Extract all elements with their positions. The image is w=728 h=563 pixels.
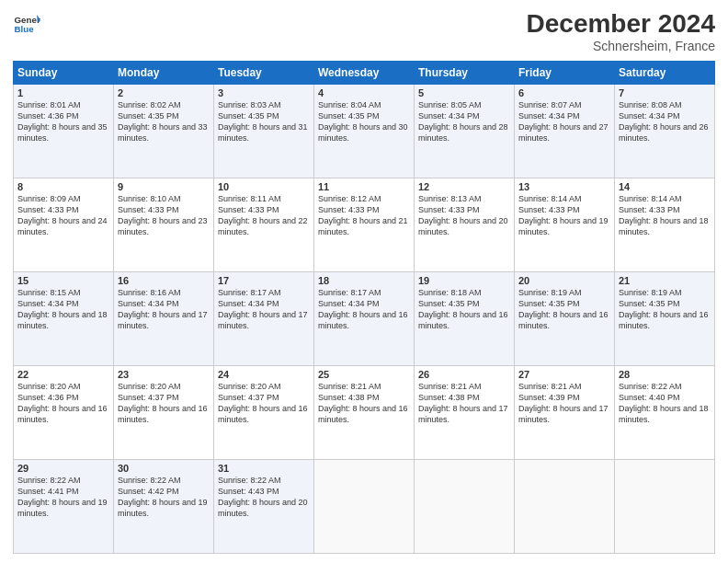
cell-info: Sunrise: 8:16 AMSunset: 4:34 PMDaylight:… [118,288,208,330]
cell-info: Sunrise: 8:09 AMSunset: 4:33 PMDaylight:… [17,194,108,236]
calendar-cell: 5Sunrise: 8:05 AMSunset: 4:34 PMDaylight… [415,85,515,178]
calendar-cell: 27Sunrise: 8:21 AMSunset: 4:39 PMDayligh… [515,366,615,460]
cell-info: Sunrise: 8:07 AMSunset: 4:34 PMDaylight:… [518,100,609,143]
day-number: 5 [418,87,510,98]
calendar-cell: 7Sunrise: 8:08 AMSunset: 4:34 PMDaylight… [615,85,715,178]
cell-info: Sunrise: 8:05 AMSunset: 4:34 PMDaylight:… [418,100,508,143]
day-number: 1 [17,87,109,98]
day-number: 26 [418,369,510,380]
cell-info: Sunrise: 8:08 AMSunset: 4:34 PMDaylight:… [619,100,709,143]
day-number: 9 [118,181,210,192]
day-number: 29 [17,463,109,474]
calendar-cell: 8Sunrise: 8:09 AMSunset: 4:33 PMDaylight… [14,178,114,272]
cell-info: Sunrise: 8:17 AMSunset: 4:34 PMDaylight:… [318,288,408,330]
day-number: 15 [17,275,109,286]
cell-info: Sunrise: 8:20 AMSunset: 4:36 PMDaylight:… [17,382,108,424]
cell-info: Sunrise: 8:21 AMSunset: 4:38 PMDaylight:… [418,382,508,424]
col-header-sunday: Sunday [14,62,114,85]
cell-info: Sunrise: 8:20 AMSunset: 4:37 PMDaylight:… [118,382,208,424]
day-number: 12 [418,181,510,192]
col-header-thursday: Thursday [415,62,515,85]
calendar-cell: 3Sunrise: 8:03 AMSunset: 4:35 PMDaylight… [214,85,314,178]
cell-info: Sunrise: 8:19 AMSunset: 4:35 PMDaylight:… [619,288,709,330]
cell-info: Sunrise: 8:01 AMSunset: 4:36 PMDaylight:… [17,100,108,143]
day-number: 21 [619,275,711,286]
day-number: 18 [318,275,410,286]
cell-info: Sunrise: 8:22 AMSunset: 4:41 PMDaylight:… [17,476,108,518]
calendar-cell: 20Sunrise: 8:19 AMSunset: 4:35 PMDayligh… [515,272,615,366]
calendar-cell: 11Sunrise: 8:12 AMSunset: 4:33 PMDayligh… [314,178,415,272]
calendar-cell: 23Sunrise: 8:20 AMSunset: 4:37 PMDayligh… [114,366,214,460]
calendar-cell [314,460,415,554]
calendar-cell: 1Sunrise: 8:01 AMSunset: 4:36 PMDaylight… [14,85,114,178]
day-number: 19 [418,275,510,286]
col-header-saturday: Saturday [615,62,715,85]
day-number: 11 [318,181,410,192]
calendar-cell [415,460,515,554]
calendar-cell: 13Sunrise: 8:14 AMSunset: 4:33 PMDayligh… [515,178,615,272]
day-number: 2 [118,87,210,98]
calendar-cell: 18Sunrise: 8:17 AMSunset: 4:34 PMDayligh… [314,272,415,366]
col-header-wednesday: Wednesday [314,62,415,85]
calendar-cell: 2Sunrise: 8:02 AMSunset: 4:35 PMDaylight… [114,85,214,178]
calendar-cell [515,460,615,554]
day-number: 10 [218,181,310,192]
cell-info: Sunrise: 8:15 AMSunset: 4:34 PMDaylight:… [17,288,108,330]
day-number: 13 [518,181,610,192]
day-number: 24 [218,369,310,380]
day-number: 6 [518,87,610,98]
calendar-cell: 16Sunrise: 8:16 AMSunset: 4:34 PMDayligh… [114,272,214,366]
day-number: 20 [518,275,610,286]
calendar-cell: 29Sunrise: 8:22 AMSunset: 4:41 PMDayligh… [14,460,114,554]
day-number: 25 [318,369,410,380]
day-number: 31 [218,463,310,474]
day-number: 4 [318,87,410,98]
cell-info: Sunrise: 8:22 AMSunset: 4:42 PMDaylight:… [118,476,208,518]
calendar-cell: 25Sunrise: 8:21 AMSunset: 4:38 PMDayligh… [314,366,415,460]
cell-info: Sunrise: 8:02 AMSunset: 4:35 PMDaylight:… [118,100,208,143]
logo: General Blue [13,9,40,37]
cell-info: Sunrise: 8:19 AMSunset: 4:35 PMDaylight:… [518,288,609,330]
calendar-cell: 17Sunrise: 8:17 AMSunset: 4:34 PMDayligh… [214,272,314,366]
calendar-table: SundayMondayTuesdayWednesdayThursdayFrid… [13,61,715,554]
cell-info: Sunrise: 8:18 AMSunset: 4:35 PMDaylight:… [418,288,508,330]
col-header-friday: Friday [515,62,615,85]
calendar-cell: 9Sunrise: 8:10 AMSunset: 4:33 PMDaylight… [114,178,214,272]
day-number: 3 [218,87,310,98]
day-number: 30 [118,463,210,474]
day-number: 8 [17,181,109,192]
cell-info: Sunrise: 8:11 AMSunset: 4:33 PMDaylight:… [218,194,308,236]
cell-info: Sunrise: 8:20 AMSunset: 4:37 PMDaylight:… [218,382,308,424]
day-number: 16 [118,275,210,286]
calendar-cell: 15Sunrise: 8:15 AMSunset: 4:34 PMDayligh… [14,272,114,366]
calendar-cell: 19Sunrise: 8:18 AMSunset: 4:35 PMDayligh… [415,272,515,366]
cell-info: Sunrise: 8:22 AMSunset: 4:40 PMDaylight:… [619,382,709,424]
month-year: December 2024 [527,9,715,39]
cell-info: Sunrise: 8:21 AMSunset: 4:38 PMDaylight:… [318,382,408,424]
cell-info: Sunrise: 8:10 AMSunset: 4:33 PMDaylight:… [118,194,208,236]
cell-info: Sunrise: 8:04 AMSunset: 4:35 PMDaylight:… [318,100,408,143]
cell-info: Sunrise: 8:13 AMSunset: 4:33 PMDaylight:… [418,194,508,236]
cell-info: Sunrise: 8:14 AMSunset: 4:33 PMDaylight:… [619,194,709,236]
day-number: 7 [619,87,711,98]
day-number: 23 [118,369,210,380]
cell-info: Sunrise: 8:17 AMSunset: 4:34 PMDaylight:… [218,288,308,330]
calendar-cell: 28Sunrise: 8:22 AMSunset: 4:40 PMDayligh… [615,366,715,460]
cell-info: Sunrise: 8:21 AMSunset: 4:39 PMDaylight:… [518,382,609,424]
day-number: 22 [17,369,109,380]
calendar-cell: 22Sunrise: 8:20 AMSunset: 4:36 PMDayligh… [14,366,114,460]
calendar-cell: 10Sunrise: 8:11 AMSunset: 4:33 PMDayligh… [214,178,314,272]
calendar-cell: 24Sunrise: 8:20 AMSunset: 4:37 PMDayligh… [214,366,314,460]
calendar-cell: 26Sunrise: 8:21 AMSunset: 4:38 PMDayligh… [415,366,515,460]
calendar-cell: 21Sunrise: 8:19 AMSunset: 4:35 PMDayligh… [615,272,715,366]
calendar-cell: 4Sunrise: 8:04 AMSunset: 4:35 PMDaylight… [314,85,415,178]
cell-info: Sunrise: 8:03 AMSunset: 4:35 PMDaylight:… [218,100,308,143]
calendar-cell: 12Sunrise: 8:13 AMSunset: 4:33 PMDayligh… [415,178,515,272]
cell-info: Sunrise: 8:12 AMSunset: 4:33 PMDaylight:… [318,194,408,236]
col-header-tuesday: Tuesday [214,62,314,85]
cell-info: Sunrise: 8:22 AMSunset: 4:43 PMDaylight:… [218,476,308,518]
title-block: December 2024 Schnersheim, France [527,9,715,53]
day-number: 27 [518,369,610,380]
logo-icon: General Blue [13,9,40,37]
calendar-cell [615,460,715,554]
